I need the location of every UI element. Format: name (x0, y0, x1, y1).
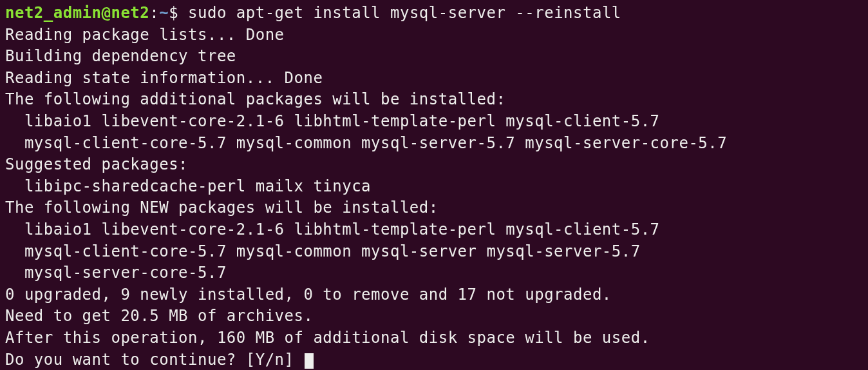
command-input[interactable]: sudo apt-get install mysql-server --rein… (188, 4, 621, 22)
output-suggested-packages-header: Suggested packages: (5, 154, 863, 176)
output-download-size: Need to get 20.5 MB of archives. (5, 306, 863, 327)
prompt-symbol: $ (169, 4, 178, 22)
output-new-packages-line3: mysql-server-core-5.7 (5, 262, 863, 284)
output-suggested-packages-line1: libipc-sharedcache-perl mailx tinyca (5, 176, 863, 198)
prompt-separator: : (149, 4, 159, 22)
output-additional-packages-header: The following additional packages will b… (5, 89, 863, 111)
output-reading-state: Reading state information... Done (5, 68, 863, 90)
prompt-user-host: net2_admin@net2 (5, 4, 149, 22)
output-new-packages-line1: libaio1 libevent-core-2.1-6 libhtml-temp… (5, 219, 863, 241)
cursor-icon[interactable] (305, 353, 314, 369)
output-additional-packages-line1: libaio1 libevent-core-2.1-6 libhtml-temp… (5, 111, 863, 133)
output-additional-packages-line2: mysql-client-core-5.7 mysql-common mysql… (5, 133, 863, 155)
output-disk-space: After this operation, 160 MB of addition… (5, 327, 863, 349)
output-reading-packages: Reading package lists... Done (5, 24, 863, 46)
output-upgrade-summary: 0 upgraded, 9 newly installed, 0 to remo… (5, 284, 863, 306)
output-continue-prompt: Do you want to continue? [Y/n] (5, 351, 303, 369)
output-continue-prompt-line: Do you want to continue? [Y/n] (5, 349, 863, 371)
output-building-tree: Building dependency tree (5, 46, 863, 68)
output-new-packages-header: The following NEW packages will be insta… (5, 197, 863, 219)
terminal-prompt-line: net2_admin@net2:~$ sudo apt-get install … (5, 3, 863, 24)
output-new-packages-line2: mysql-client-core-5.7 mysql-common mysql… (5, 241, 863, 263)
prompt-path: ~ (159, 4, 169, 22)
command-text (178, 4, 188, 22)
